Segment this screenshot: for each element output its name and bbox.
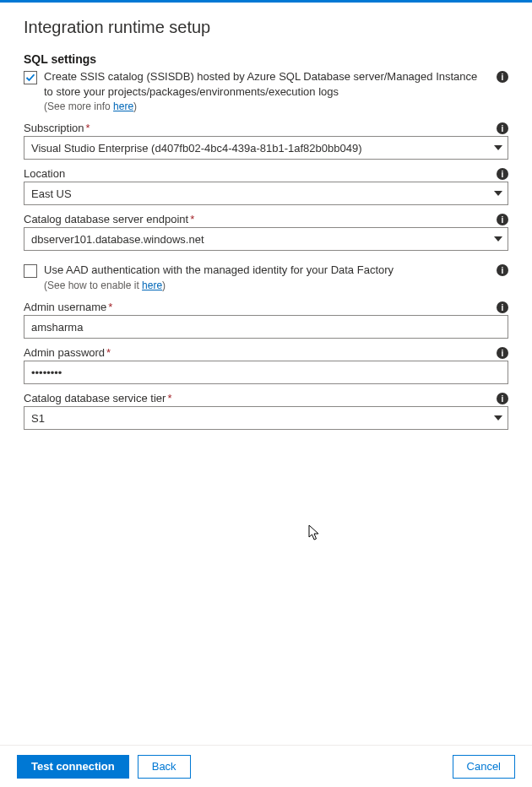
label-text: Admin username xyxy=(24,301,106,313)
admin-user-input[interactable] xyxy=(24,315,508,339)
aad-auth-text: Use AAD authentication with the managed … xyxy=(44,263,485,278)
ssis-catalog-text: Create SSIS catalog (SSISDB) hosted by A… xyxy=(44,69,485,99)
test-connection-button[interactable]: Test connection xyxy=(17,755,129,779)
cancel-button[interactable]: Cancel xyxy=(453,755,515,779)
chevron-down-icon xyxy=(494,415,502,421)
endpoint-select[interactable]: dbserver101.database.windows.net xyxy=(24,227,508,251)
info-icon[interactable]: i xyxy=(497,214,508,225)
info-icon[interactable]: i xyxy=(497,347,508,359)
required-mark: * xyxy=(108,301,112,313)
admin-pass-input[interactable] xyxy=(24,361,508,384)
endpoint-value: dbserver101.database.windows.net xyxy=(31,233,204,246)
location-value: East US xyxy=(31,187,72,200)
ssis-catalog-hint: (See more info here) xyxy=(24,100,508,112)
field-label-row: Catalog database server endpoint* i xyxy=(24,212,508,225)
hint-suffix: ) xyxy=(133,100,137,112)
admin-pass-field: Admin password* i xyxy=(24,345,508,384)
subscription-select[interactable]: Visual Studio Enterprise (d407fb02-4bc4-… xyxy=(24,136,508,160)
field-label-row: Admin password* i xyxy=(24,345,508,359)
label-text: Admin password xyxy=(24,346,105,359)
ssis-catalog-checkbox[interactable] xyxy=(24,71,37,84)
endpoint-label: Catalog database server endpoint* xyxy=(24,213,194,225)
label-text: Catalog database server endpoint xyxy=(24,213,188,225)
aad-enable-link[interactable]: here xyxy=(142,280,162,291)
field-label-row: Admin username* i xyxy=(24,300,508,313)
location-field: Location i East US xyxy=(24,166,508,205)
location-select[interactable]: East US xyxy=(24,182,508,205)
label-text: Subscription xyxy=(24,122,84,134)
checkmark-icon xyxy=(25,73,35,83)
hint-text: (See how to enable it xyxy=(44,280,142,291)
admin-pass-control xyxy=(24,361,508,384)
subscription-label: Subscription* xyxy=(24,122,90,134)
footer-bar: Test connection Back Cancel xyxy=(0,745,532,787)
tier-select[interactable]: S1 xyxy=(24,406,508,430)
required-mark: * xyxy=(86,122,90,134)
field-label-row: Catalog database service tier* i xyxy=(24,391,508,404)
field-label-row: Subscription* i xyxy=(24,121,508,134)
info-icon[interactable]: i xyxy=(497,71,508,83)
required-mark: * xyxy=(167,392,171,404)
admin-user-label: Admin username* xyxy=(24,301,112,313)
endpoint-field: Catalog database server endpoint* i dbse… xyxy=(24,212,508,251)
content-area: Integration runtime setup SQL settings C… xyxy=(0,3,532,745)
chevron-down-icon xyxy=(494,236,502,242)
info-icon[interactable]: i xyxy=(497,264,508,276)
chevron-down-icon xyxy=(494,191,502,196)
page-title: Integration runtime setup xyxy=(24,18,508,37)
aad-auth-hint: (See how to enable it here) xyxy=(24,280,508,291)
info-icon[interactable]: i xyxy=(497,168,508,180)
required-mark: * xyxy=(106,346,111,359)
admin-pass-label: Admin password* xyxy=(24,346,111,359)
subscription-field: Subscription* i Visual Studio Enterprise… xyxy=(24,121,508,160)
required-mark: * xyxy=(190,213,194,225)
chevron-down-icon xyxy=(494,145,502,150)
tier-control: S1 xyxy=(24,406,508,430)
field-label-row: Location i xyxy=(24,166,508,180)
tier-value: S1 xyxy=(31,412,45,425)
endpoint-control: dbserver101.database.windows.net xyxy=(24,227,508,251)
info-icon[interactable]: i xyxy=(497,122,508,134)
location-control: East US xyxy=(24,182,508,205)
admin-user-field: Admin username* i xyxy=(24,300,508,339)
section-title: SQL settings xyxy=(24,52,508,66)
ssis-more-info-link[interactable]: here xyxy=(113,100,133,112)
tier-label: Catalog database service tier* xyxy=(24,392,171,404)
label-text: Catalog database service tier xyxy=(24,392,166,404)
setup-panel: Integration runtime setup SQL settings C… xyxy=(0,3,532,787)
aad-auth-checkbox[interactable] xyxy=(24,264,37,278)
subscription-value: Visual Studio Enterprise (d407fb02-4bc4-… xyxy=(31,142,362,155)
back-button[interactable]: Back xyxy=(138,755,191,779)
info-icon[interactable]: i xyxy=(497,393,508,404)
tier-field: Catalog database service tier* i S1 xyxy=(24,391,508,430)
hint-suffix: ) xyxy=(162,280,166,291)
subscription-control: Visual Studio Enterprise (d407fb02-4bc4-… xyxy=(24,136,508,160)
hint-text: (See more info xyxy=(44,100,113,112)
info-icon[interactable]: i xyxy=(497,301,508,313)
admin-user-control xyxy=(24,315,508,339)
ssis-catalog-row: Create SSIS catalog (SSISDB) hosted by A… xyxy=(24,69,508,99)
aad-auth-row: Use AAD authentication with the managed … xyxy=(24,263,508,278)
location-label: Location xyxy=(24,167,65,180)
